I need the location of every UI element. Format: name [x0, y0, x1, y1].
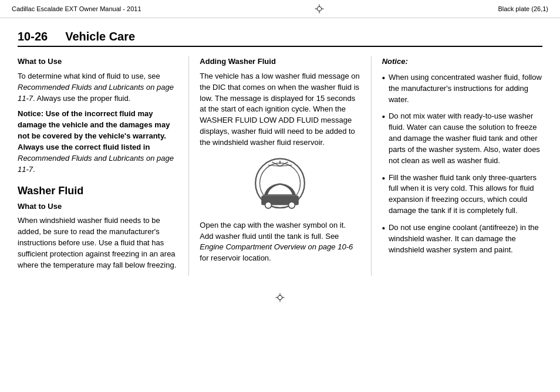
bullet-text-2: Do not mix water with ready-to-use washe… [389, 111, 542, 166]
washer-fluid-title: Washer Fluid [18, 183, 178, 198]
svg-point-15 [278, 295, 282, 300]
washer-cap-image [248, 156, 312, 214]
what-to-use-p1: To determine what kind of fluid to use, … [18, 71, 178, 104]
header-right: Black plate (26,1) [498, 5, 548, 12]
what-to-use2-p: When windshield washer fluid needs to be… [18, 215, 178, 271]
washer-image-container [200, 156, 360, 214]
notice-bold-end: . [33, 165, 35, 174]
list-item: When using concentrated washer fluid, fo… [382, 72, 542, 106]
notice-list: When using concentrated washer fluid, fo… [382, 72, 542, 256]
columns: What to Use To determine what kind of fl… [18, 56, 542, 276]
footer-crosshair-icon [275, 292, 285, 303]
svg-point-14 [289, 202, 295, 208]
notice-label: Notice: [382, 56, 542, 67]
bullet-text-3: Fill the washer fluid tank only three-qu… [389, 173, 542, 217]
list-item: Fill the washer fluid tank only three-qu… [382, 173, 542, 217]
chapter-number: 10-26 [18, 30, 48, 43]
chapter-title: Vehicle Care [65, 30, 135, 43]
adding-title: Adding Washer Fluid [200, 56, 360, 67]
chapter-heading: 10-26 Vehicle Care [18, 30, 542, 47]
page-content: 10-26 Vehicle Care What to Use To determ… [0, 18, 560, 288]
caption-em: Engine Compartment Overview on page 10-6 [200, 242, 353, 251]
notice-bold-text: Notice: Use of the incorrect fluid may d… [18, 109, 170, 151]
what-to-use-text-end: . Always use the proper fluid. [33, 94, 130, 103]
right-column: Notice: When using concentrated washer f… [372, 56, 542, 276]
bullet-text-1: When using concentrated washer fluid, fo… [389, 72, 542, 106]
list-item: Do not mix water with ready-to-use washe… [382, 111, 542, 166]
svg-point-0 [318, 6, 322, 11]
what-to-use-text-start: To determine what kind of fluid to use, … [18, 72, 160, 80]
notice-paragraph: Notice: Use of the incorrect fluid may d… [18, 109, 178, 175]
header-center [314, 4, 325, 14]
page-footer [0, 288, 560, 307]
caption-end: for reservoir location. [200, 254, 271, 262]
adding-p: The vehicle has a low washer fluid messa… [200, 71, 360, 148]
crosshair-icon [314, 4, 325, 14]
bullet-text-4: Do not use engine coolant (antifreeze) i… [389, 222, 542, 256]
notice-bold-em: Recommended Fluids and Lubricants on pag… [18, 154, 174, 174]
washer-caption: Open the cap with the washer symbol on i… [200, 220, 360, 264]
mid-column: Adding Washer Fluid The vehicle has a lo… [189, 56, 371, 276]
what-to-use-title: What to Use [18, 56, 178, 67]
caption-text: Open the cap with the washer symbol on i… [200, 221, 346, 241]
page-header: Cadillac Escalade EXT Owner Manual - 201… [0, 0, 560, 18]
what-to-use2-title: What to Use [18, 201, 178, 212]
header-left: Cadillac Escalade EXT Owner Manual - 201… [12, 5, 141, 12]
left-column: What to Use To determine what kind of fl… [18, 56, 189, 276]
list-item: Do not use engine coolant (antifreeze) i… [382, 222, 542, 256]
svg-point-13 [265, 202, 272, 208]
